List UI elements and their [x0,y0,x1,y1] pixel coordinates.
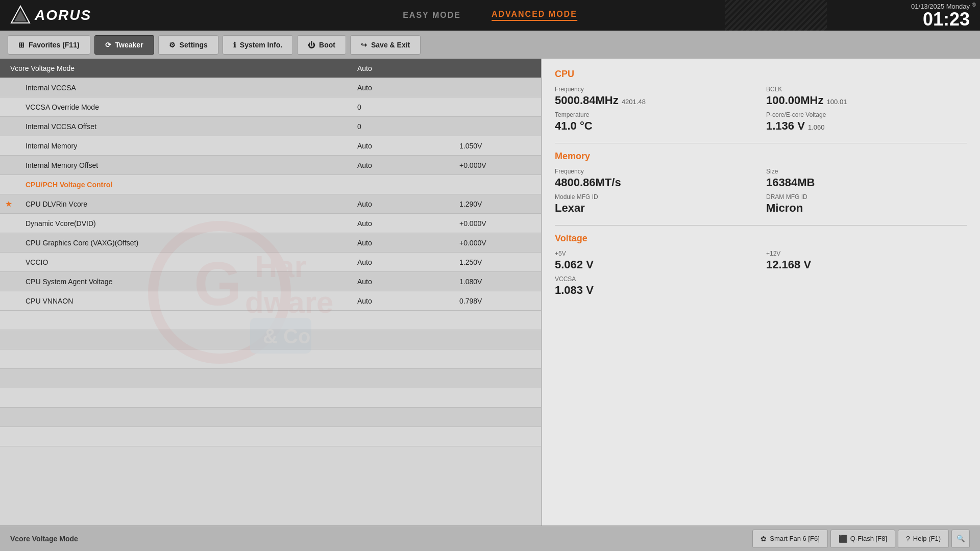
tweaker-icon: ⟳ [105,41,111,49]
qflash-button[interactable]: ⬛ Q-Flash [F8] [830,530,895,548]
voltage-vccsa-label: VCCSA [555,276,756,283]
row-value-vccsa-override: 0 [357,103,459,111]
memory-size-item: Size 16384MB [766,168,967,189]
divider-1 [555,143,967,143]
voltage-title: Voltage [555,233,967,244]
voltage-12v-item: +12V 12.168 V [766,250,967,271]
cpu-bclk-label: BCLK [766,86,967,93]
row-name-cpu-pch-voltage: CPU/PCH Voltage Control [15,181,357,189]
logo-area: AORUS [10,5,91,26]
table-row[interactable]: Internal Memory Offset Auto +0.000V [0,156,541,175]
empty-row [0,388,541,408]
memory-dram-item: DRAM MFG ID Micron [766,193,967,215]
cpu-freq-suffix: 4201.48 [622,98,646,106]
save-exit-button[interactable]: ↪ Save & Exit [350,35,421,55]
favorites-button[interactable]: ⊞ Favorites (F11) [8,35,90,55]
tweaker-label: Tweaker [115,41,143,49]
smart-fan-button[interactable]: ✿ Smart Fan 6 [F6] [752,530,828,548]
system-info-button[interactable]: ℹ System Info. [223,35,293,55]
table-row[interactable]: ★ CPU DLVRin Vcore Auto 1.290V [0,194,541,214]
cpu-title: CPU [555,69,967,80]
empty-rows [0,311,541,454]
voltage-vccsa-item: VCCSA 1.083 V [555,276,756,297]
easy-mode-tab[interactable]: EASY MODE [403,11,461,20]
cpu-temp-label: Temperature [555,111,756,118]
system-info-label: System Info. [240,41,282,49]
row-value2-internal-memory: 1.050V [459,142,536,150]
table-row[interactable]: CPU VNNAON Auto 0.798V [0,291,541,311]
table-row[interactable]: Internal VCCSA Auto [0,78,541,97]
row-value-internal-vccsa: Auto [357,84,459,92]
row-value-cpu-graphics-core: Auto [357,239,459,247]
search-icon: 🔍 [957,535,965,542]
table-row[interactable]: Dynamic Vcore(DVID) Auto +0.000V [0,214,541,233]
save-exit-label: Save & Exit [371,41,410,49]
settings-panel: Vcore Voltage Mode Auto Internal VCCSA A… [0,59,541,525]
row-name-cpu-graphics-core: CPU Graphics Core (VAXG)(Offset) [15,239,357,247]
table-row[interactable]: CPU Graphics Core (VAXG)(Offset) Auto +0… [0,233,541,253]
help-button[interactable]: ? Help (F1) [898,530,949,548]
qflash-label: Q-Flash [F8] [850,535,887,542]
main-area: Vcore Voltage Mode Auto Internal VCCSA A… [0,59,980,525]
table-row[interactable]: VCCSA Override Mode 0 [0,97,541,117]
row-value-dynamic-vcore: Auto [357,219,459,228]
table-row[interactable]: Internal Memory Auto 1.050V [0,136,541,156]
smart-fan-label: Smart Fan 6 [F6] [770,535,820,542]
logo-text: AORUS [35,7,91,23]
cpu-temp-item: Temperature 41.0 °C [555,111,756,133]
bottom-bar: Vcore Voltage Mode ✿ Smart Fan 6 [F6] ⬛ … [0,525,980,551]
empty-row [0,427,541,446]
row-name-cpu-dlvrin-vcore: CPU DLVRin Vcore [15,200,357,208]
memory-mfg-item: Module MFG ID Lexar [555,193,756,215]
datetime-area: 01/13/2025 Monday 01:23 [911,3,970,29]
table-row[interactable]: Internal VCCSA Offset 0 [0,117,541,136]
advanced-mode-tab[interactable]: ADVANCED MODE [492,10,577,21]
search-button[interactable]: 🔍 [951,530,970,548]
table-row[interactable]: Vcore Voltage Mode Auto [0,59,541,78]
flash-icon: ⬛ [839,535,847,543]
cpu-bclk-mhz: 100.00MHz [766,94,824,107]
memory-size-value: 16384MB [766,176,967,189]
row-name-internal-vccsa: Internal VCCSA [15,84,357,92]
row-value-vcore-mode: Auto [357,64,459,72]
memory-freq-label: Frequency [555,168,756,175]
boot-button[interactable]: ⏻ Boot [297,35,346,55]
voltage-12v-label: +12V [766,250,967,257]
power-icon: ⏻ [308,41,315,49]
table-row[interactable]: CPU/PCH Voltage Control [0,175,541,194]
memory-dram-value: Micron [766,202,967,215]
memory-freq-value: 4800.86MT/s [555,176,756,189]
voltage-grid: +5V 5.062 V +12V 12.168 V VCCSA 1.083 V [555,250,967,297]
settings-button[interactable]: ⚙ Settings [158,35,218,55]
memory-dram-label: DRAM MFG ID [766,193,967,201]
row-name-internal-vccsa-offset: Internal VCCSA Offset [15,122,357,131]
favorites-icon: ⊞ [18,41,24,49]
row-value2-cpu-dlvrin-vcore: 1.290V [459,200,536,208]
time-display: 01:23 [911,10,970,29]
cpu-temp-value: 41.0 °C [555,119,756,133]
row-value-cpu-system-agent: Auto [357,278,459,286]
row-value-internal-memory-offset: Auto [357,161,459,169]
cpu-freq-mhz: 5000.84MHz [555,94,619,107]
row-value2-vccio: 1.250V [459,258,536,266]
row-value-vccio: Auto [357,258,459,266]
row-name-cpu-system-agent: CPU System Agent Voltage [15,278,357,286]
row-name-internal-memory-offset: Internal Memory Offset [15,161,357,169]
cpu-pcore-label: P-core/E-core Voltage [766,111,967,118]
tweaker-button[interactable]: ⟳ Tweaker [94,35,154,55]
table-row[interactable]: VCCIO Auto 1.250V [0,253,541,272]
empty-row [0,369,541,388]
bottom-buttons: ✿ Smart Fan 6 [F6] ⬛ Q-Flash [F8] ? Help… [752,530,970,548]
empty-row [0,408,541,427]
top-bar: ® AORUS EASY MODE ADVANCED MODE 01/13/20… [0,0,980,31]
row-value-cpu-vnnaon: Auto [357,297,459,305]
row-value-internal-memory: Auto [357,142,459,150]
cpu-bclk-item: BCLK 100.00MHz 100.01 [766,86,967,107]
table-row[interactable]: CPU System Agent Voltage Auto 1.080V [0,272,541,291]
help-label: Help (F1) [913,535,941,542]
cpu-freq-label: Frequency [555,86,756,93]
row-name-dynamic-vcore: Dynamic Vcore(DVID) [15,219,357,228]
row-name-internal-memory: Internal Memory [15,142,357,150]
row-name-vcore-mode: Vcore Voltage Mode [5,64,357,72]
row-value2-cpu-system-agent: 1.080V [459,278,536,286]
